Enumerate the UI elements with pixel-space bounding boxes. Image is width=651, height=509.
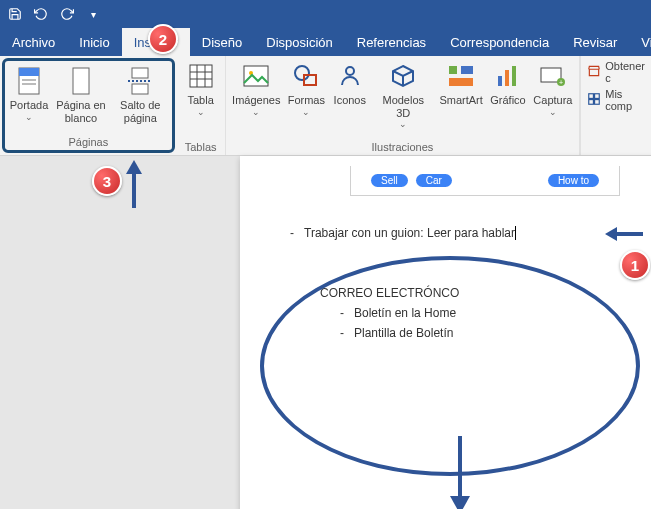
pill-car: Car xyxy=(416,174,452,187)
smartart-label: SmartArt xyxy=(439,94,482,107)
document-area: Sell Car How to - Trabajar con un guion:… xyxy=(0,156,651,509)
annotation-arrow-down xyxy=(440,436,480,509)
svg-text:+: + xyxy=(559,79,563,86)
dropdown-icon: ⌄ xyxy=(252,107,260,117)
group-pages-label: Páginas xyxy=(68,136,108,150)
svg-rect-5 xyxy=(132,68,148,78)
cover-page-icon xyxy=(13,65,45,97)
icons-button[interactable]: Iconos xyxy=(330,58,370,141)
annotation-arrow-up xyxy=(122,160,152,210)
svg-rect-30 xyxy=(595,94,600,99)
icons-label: Iconos xyxy=(334,94,366,107)
redo-icon[interactable] xyxy=(58,5,76,23)
get-addins-button[interactable]: Obtener c xyxy=(587,60,645,84)
annotation-arrow-left xyxy=(605,224,645,244)
svg-rect-31 xyxy=(589,100,594,105)
svg-rect-23 xyxy=(498,76,502,86)
tab-layout[interactable]: Disposición xyxy=(254,28,344,56)
store-icon xyxy=(587,64,601,80)
smartart-button[interactable]: SmartArt xyxy=(437,58,486,141)
svg-rect-1 xyxy=(19,68,39,76)
table-label: Tabla xyxy=(187,94,213,107)
svg-rect-3 xyxy=(22,83,36,85)
shapes-label: Formas xyxy=(288,94,325,107)
dropdown-icon: ⌄ xyxy=(25,112,33,122)
pill-sell: Sell xyxy=(371,174,408,187)
cube-icon xyxy=(387,60,419,92)
page-break-label: Salto de página xyxy=(117,99,164,124)
ribbon: Portada ⌄ Página en blanco Salto de pági… xyxy=(0,56,651,156)
dropdown-icon: ⌄ xyxy=(549,107,557,117)
svg-point-17 xyxy=(346,67,354,75)
callout-1: 1 xyxy=(620,250,650,280)
svg-rect-8 xyxy=(190,65,212,87)
tab-home[interactable]: Inicio xyxy=(67,28,121,56)
svg-marker-34 xyxy=(450,496,470,509)
group-tables-label: Tablas xyxy=(185,141,217,155)
qat-customize-icon[interactable]: ▾ xyxy=(84,5,102,23)
undo-icon[interactable] xyxy=(32,5,50,23)
table-button[interactable]: Tabla ⌄ xyxy=(181,58,221,141)
screenshot-icon: + xyxy=(537,60,569,92)
shapes-button[interactable]: Formas ⌄ xyxy=(285,58,328,141)
group-illustrations: Imágenes ⌄ Formas ⌄ Iconos Mode xyxy=(226,56,581,155)
group-addins: Obtener c Mis comp xyxy=(580,56,651,155)
screenshot-button[interactable]: + Captura ⌄ xyxy=(531,58,576,141)
images-icon xyxy=(240,60,272,92)
ribbon-tabs: Archivo Inicio Insertar Diseño Disposici… xyxy=(0,28,651,56)
svg-rect-6 xyxy=(132,84,148,94)
puzzle-icon xyxy=(587,92,601,108)
svg-rect-4 xyxy=(73,68,89,94)
svg-rect-25 xyxy=(512,66,516,86)
cover-page-button[interactable]: Portada ⌄ xyxy=(9,63,49,136)
chart-icon xyxy=(492,60,524,92)
images-label: Imágenes xyxy=(232,94,280,107)
chart-button[interactable]: Gráfico xyxy=(487,58,528,141)
my-addins-button[interactable]: Mis comp xyxy=(587,88,645,112)
svg-marker-36 xyxy=(605,227,617,241)
svg-rect-29 xyxy=(589,94,594,99)
text-cursor xyxy=(515,226,516,240)
cover-page-label: Portada xyxy=(10,99,49,112)
svg-rect-32 xyxy=(595,100,600,105)
3dmodels-label: Modelos 3D xyxy=(376,94,431,119)
blank-page-label: Página en blanco xyxy=(55,99,107,124)
svg-point-15 xyxy=(295,66,309,80)
tab-references[interactable]: Referencias xyxy=(345,28,438,56)
tab-review[interactable]: Revisar xyxy=(561,28,629,56)
page-break-button[interactable]: Salto de página xyxy=(113,63,168,136)
blank-page-icon xyxy=(65,65,97,97)
group-tables: Tabla ⌄ Tablas xyxy=(177,56,226,155)
dropdown-icon: ⌄ xyxy=(197,107,205,117)
svg-rect-24 xyxy=(505,70,509,86)
page-break-icon xyxy=(124,65,156,97)
pill-row: Sell Car How to xyxy=(350,166,620,196)
svg-marker-38 xyxy=(126,160,142,174)
tab-design[interactable]: Diseño xyxy=(190,28,254,56)
svg-rect-22 xyxy=(449,78,473,86)
save-icon[interactable] xyxy=(6,5,24,23)
tab-mailings[interactable]: Correspondencia xyxy=(438,28,561,56)
group-pages: Portada ⌄ Página en blanco Salto de pági… xyxy=(2,58,175,153)
svg-rect-13 xyxy=(244,66,268,86)
3dmodels-button[interactable]: Modelos 3D ⌄ xyxy=(372,58,435,141)
bullet-dash: - xyxy=(290,226,294,240)
dropdown-icon: ⌄ xyxy=(399,119,407,129)
document-text: Trabajar con un guion: Leer para hablar xyxy=(304,226,516,240)
svg-rect-2 xyxy=(22,79,36,81)
dropdown-icon: ⌄ xyxy=(302,107,310,117)
table-icon xyxy=(185,60,217,92)
tab-file[interactable]: Archivo xyxy=(0,28,67,56)
document-line: - Trabajar con un guion: Leer para habla… xyxy=(290,226,620,240)
tab-view[interactable]: Vista xyxy=(629,28,651,56)
pill-howto: How to xyxy=(548,174,599,187)
blank-page-button[interactable]: Página en blanco xyxy=(51,63,111,136)
group-illustrations-label: Ilustraciones xyxy=(372,141,434,155)
quick-access-toolbar: ▾ xyxy=(0,0,651,28)
get-addins-label: Obtener c xyxy=(605,60,645,84)
svg-rect-21 xyxy=(461,66,473,74)
callout-2: 2 xyxy=(148,24,178,54)
shapes-icon xyxy=(290,60,322,92)
callout-3: 3 xyxy=(92,166,122,196)
images-button[interactable]: Imágenes ⌄ xyxy=(230,58,283,141)
